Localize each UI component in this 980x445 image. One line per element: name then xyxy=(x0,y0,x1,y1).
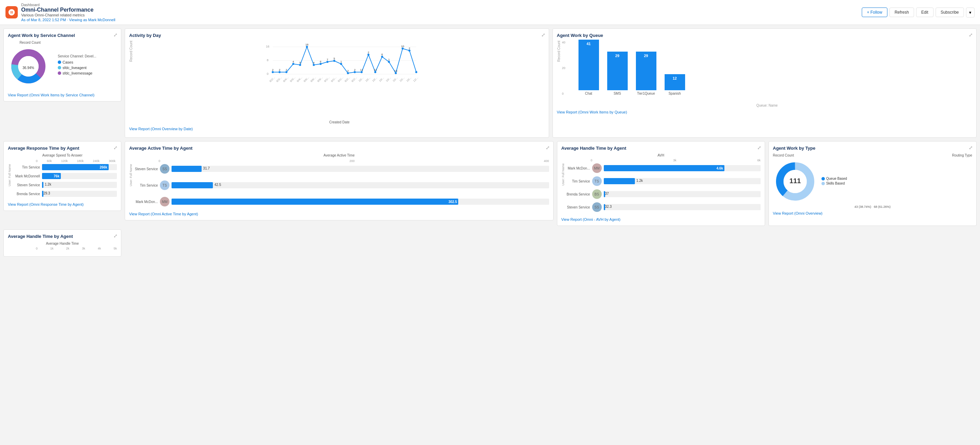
bar-label-steven-handle: Steven Service xyxy=(566,206,590,209)
bar-val-tim: 266k xyxy=(100,166,107,169)
y-label-40: 40 xyxy=(562,41,565,44)
svg-text:8/2/...: 8/2/... xyxy=(269,76,276,83)
avg-handle-axis-label: AVH xyxy=(562,153,760,157)
legend-label-skills: Skills Based xyxy=(826,182,845,185)
type-donut: 111 xyxy=(773,159,817,204)
panel-title-avg-handle-bottom: Average Handle Time by Agent xyxy=(8,234,117,239)
bar-row-mark-handle: Mark McDon... MM 4.6k xyxy=(566,163,760,173)
agent-type-header: Record Count Routing Type xyxy=(773,153,972,157)
legend-skills-based: Skills Based xyxy=(821,182,847,185)
expand-icon-avg-handle-bottom[interactable]: ⤢ xyxy=(113,233,118,239)
bar-label-brenda: Brenda Service xyxy=(13,192,40,196)
link-avg-active[interactable]: View Report (Omni Active Time by Agent) xyxy=(129,212,549,216)
bar-label-spanish: Spanish xyxy=(668,92,681,95)
panel-title-agent-type: Agent Work by Type xyxy=(773,145,972,151)
legend-queue-based: Queue Based xyxy=(821,177,847,180)
bar-row-tim-handle: Tim Service TS 1.2k xyxy=(566,176,760,186)
svg-text:9/9/...: 9/9/... xyxy=(317,76,324,83)
link-activity[interactable]: View Report (Omni Overview by Date) xyxy=(129,127,545,131)
svg-text:11: 11 xyxy=(360,69,363,72)
expand-icon-avg-active[interactable]: ⤢ xyxy=(546,145,550,150)
panel-agent-service-channel: Agent Work by Service Channel ⤢ Record C… xyxy=(3,29,121,102)
bar-fill-mark-handle: 4.6k xyxy=(604,165,725,171)
legend-dot-queue xyxy=(821,177,825,180)
bar-row-steven: Steven Service 1.2k xyxy=(13,182,117,188)
bar-chat: 41 Chat xyxy=(579,35,599,95)
svg-point-31 xyxy=(415,71,417,73)
svg-text:9/5/...: 9/5/... xyxy=(303,76,310,83)
svg-text:2: 2 xyxy=(272,69,274,72)
panel-agent-queue: Agent Work by Queue ⤢ Record Count 40 20… xyxy=(552,29,977,138)
expand-icon-avg-response[interactable]: ⤢ xyxy=(113,145,118,150)
svg-text:12/...: 12/... xyxy=(412,76,418,82)
svg-text:8/3/...: 8/3/... xyxy=(276,76,283,83)
legend-label-queue: Queue Based xyxy=(826,177,847,180)
subscribe-button[interactable]: Subscribe xyxy=(935,8,964,17)
legend-label-liveagent: sfdc_liveagent xyxy=(62,65,86,70)
type-donut-svg: 111 xyxy=(773,159,817,204)
follow-button[interactable]: + Follow xyxy=(862,8,888,17)
panel-avg-active: Average Active Time by Agent ⤢ Average A… xyxy=(125,141,554,220)
panel-title-avg-handle: Average Handle Time by Agent xyxy=(562,145,760,151)
donut-area: Record Count 36.94% Service Channel xyxy=(8,41,117,90)
avatar-mark-active: MM xyxy=(160,197,170,206)
queue-bar-area: 40 20 0 41 Chat xyxy=(562,41,972,102)
expand-icon-agent-type[interactable]: ⤢ xyxy=(969,145,973,150)
link-queue[interactable]: View Report (Omni Work Items by Queue) xyxy=(557,110,972,114)
bar-row-brenda: Brenda Service 29.3 xyxy=(13,191,117,197)
avg-handle-bottom-label: Average Handle Time xyxy=(8,242,117,246)
queue-chart-inner: 40 20 0 41 Chat xyxy=(562,41,972,107)
avatar-brenda-handle: BS xyxy=(592,189,602,199)
app-icon xyxy=(5,6,18,18)
avg-active-chart: User: Full Name Steven Service SS 31.7 xyxy=(129,164,549,209)
activity-chart-inner: 16 8 0 xyxy=(134,41,545,124)
queue-axis-note: Queue: Name xyxy=(562,104,972,107)
bar-label-steven-active: Steven Service xyxy=(134,167,158,171)
bar-row-tim-active: Tim Service TS 42.5 xyxy=(134,180,549,190)
bar-val-outside-steven-active: 31.7 xyxy=(203,166,210,170)
svg-text:10/...: 10/... xyxy=(392,76,398,82)
bar-val-brenda: 29.3 xyxy=(43,191,50,195)
refresh-button[interactable]: Refresh xyxy=(889,8,914,17)
svg-text:9/4/...: 9/4/... xyxy=(296,76,303,83)
svg-text:2: 2 xyxy=(286,69,287,72)
dropdown-button[interactable]: ▾ xyxy=(966,8,975,18)
legend-item-0: Cases xyxy=(58,60,117,64)
svg-text:4: 4 xyxy=(293,60,294,63)
expand-icon-activity[interactable]: ⤢ xyxy=(541,32,546,38)
expand-icon-agent-service[interactable]: ⤢ xyxy=(113,32,118,38)
panel-title-avg-response: Average Response Time by Agent xyxy=(8,145,117,151)
expand-icon-queue[interactable]: ⤢ xyxy=(969,32,973,38)
svg-text:13: 13 xyxy=(395,69,398,72)
avatar-steven-handle: SS xyxy=(592,203,602,212)
avg-response-x-axis: 0 60k 120k 180k 240k 300k xyxy=(8,159,117,163)
avg-handle-chart: User: Full Name Mark McDon... MM 4.6k xyxy=(562,163,760,215)
svg-text:10/...: 10/... xyxy=(406,76,412,82)
link-avg-response[interactable]: View Report (Omni Response Time by Agent… xyxy=(8,203,117,206)
avatar-steven-active: SS xyxy=(160,164,170,174)
svg-text:10/...: 10/... xyxy=(364,76,371,82)
type-donut-center: 111 xyxy=(789,177,800,185)
svg-text:9/1/...: 9/1/... xyxy=(324,76,331,83)
link-avg-handle[interactable]: View Report (Omni - AVH by Agent) xyxy=(562,217,760,222)
page-title: Omni-Channel Performance xyxy=(21,7,116,13)
panel-avg-response: Average Response Time by Agent ⤢ Average… xyxy=(3,141,121,211)
link-agent-type[interactable]: View Report (Omni Overview) xyxy=(773,211,972,215)
page-subtitle: Various Omni-Channel related metrics xyxy=(21,13,116,17)
bar-track-brenda: 29.3 xyxy=(42,191,117,197)
bar-val-mark: 76k xyxy=(54,174,59,178)
svg-text:6: 6 xyxy=(381,53,383,56)
link-agent-service[interactable]: View Report (Omni Work Items by Service … xyxy=(8,93,117,97)
expand-icon-avg-handle[interactable]: ⤢ xyxy=(757,145,761,150)
edit-button[interactable]: Edit xyxy=(916,8,934,17)
panel-bottom-right-group: Average Handle Time by Agent ⤢ AVH 0 3k … xyxy=(557,141,977,226)
svg-text:8: 8 xyxy=(267,59,269,62)
dashboard-label: Dashboard xyxy=(21,3,116,7)
legend-item-2: sfdc_livemessage xyxy=(58,71,117,75)
queue-chart-container: Record Count 40 20 0 41 xyxy=(557,41,972,107)
avg-handle-bars: Mark McDon... MM 4.6k Tim Service TS xyxy=(566,163,760,215)
svg-text:2: 2 xyxy=(409,47,410,50)
svg-text:2: 2 xyxy=(347,69,349,72)
svg-text:9/6/...: 9/6/... xyxy=(310,76,317,83)
y-axis-avg-active: User: Full Name xyxy=(129,164,132,186)
